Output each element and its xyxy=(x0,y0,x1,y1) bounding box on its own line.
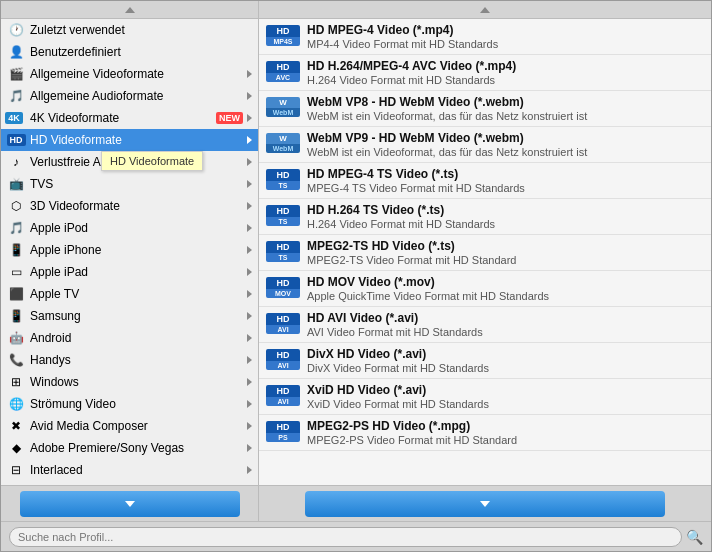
right-item-mpeg2-ts[interactable]: HDTSMPEG2-TS HD Video (*.ts)MPEG2-TS Vid… xyxy=(259,235,711,271)
left-item-3d-video[interactable]: ⬡3D Videoformate xyxy=(1,195,258,217)
left-item-windows[interactable]: ⊞Windows xyxy=(1,371,258,393)
arrow-right-4k-video xyxy=(247,114,252,122)
right-item-sub-webm-vp8: WebM ist ein Videoformat, das für das Ne… xyxy=(307,110,703,122)
item-icon-dv: ▣ xyxy=(7,484,25,485)
right-item-text-hd-h264-ts: HD H.264 TS Video (*.ts)H.264 Video Form… xyxy=(307,203,703,230)
arrow-right-general-audio xyxy=(247,92,252,100)
right-item-sub-hd-avi: AVI Video Format mit HD Standards xyxy=(307,326,703,338)
right-item-sub-mpeg2-ts: MPEG2-TS Video Format mit HD Standard xyxy=(307,254,703,266)
right-item-hd-mpeg4[interactable]: HDMP4SHD MPEG-4 Video (*.mp4)MP4-4 Video… xyxy=(259,19,711,55)
arrow-right-samsung xyxy=(247,312,252,320)
right-item-sub-hd-mpeg4-ts: MPEG-4 TS Video Format mit HD Standards xyxy=(307,182,703,194)
left-item-general-audio[interactable]: 🎵Allgemeine Audioformate xyxy=(1,85,258,107)
item-icon-streaming: 🌐 xyxy=(7,396,25,412)
right-item-title-divx-hd: DivX HD Video (*.avi) xyxy=(307,347,703,361)
item-label-general-video: Allgemeine Videoformate xyxy=(30,67,243,81)
item-label-apple-iphone: Apple iPhone xyxy=(30,243,243,257)
left-item-dv[interactable]: ▣DV xyxy=(1,481,258,485)
item-icon-apple-ipad: ▭ xyxy=(7,264,25,280)
right-item-sub-hd-h264-ts: H.264 Video Format mit HD Standards xyxy=(307,218,703,230)
item-label-interlaced: Interlaced xyxy=(30,463,243,477)
item-label-recently-used: Zuletzt verwendet xyxy=(30,23,252,37)
left-item-avid[interactable]: ✖Avid Media Composer xyxy=(1,415,258,437)
arrow-right-windows xyxy=(247,378,252,386)
bottom-bar xyxy=(1,485,711,521)
right-panel[interactable]: HDMP4SHD MPEG-4 Video (*.mp4)MP4-4 Video… xyxy=(259,19,711,485)
left-item-samsung[interactable]: 📱Samsung xyxy=(1,305,258,327)
arrow-right-android xyxy=(247,334,252,342)
search-input[interactable] xyxy=(9,527,682,547)
item-icon-apple-tv: ⬛ xyxy=(7,286,25,302)
arrow-right-apple-ipod xyxy=(247,224,252,232)
right-item-divx-hd[interactable]: HDAVIDivX HD Video (*.avi)DivX Video For… xyxy=(259,343,711,379)
right-item-hd-h264-mp4[interactable]: HDAVCHD H.264/MPEG-4 AVC Video (*.mp4)H.… xyxy=(259,55,711,91)
left-item-4k-video[interactable]: 4K4K VideoformateNEW xyxy=(1,107,258,129)
item-icon-recently-used: 🕐 xyxy=(7,22,25,38)
item-label-3d-video: 3D Videoformate xyxy=(30,199,243,213)
left-item-hd-video[interactable]: HDHD VideoformateHD Videoformate xyxy=(1,129,258,151)
left-item-adobe[interactable]: ◆Adobe Premiere/Sony Vegas xyxy=(1,437,258,459)
left-scroll-up-icon[interactable] xyxy=(125,7,135,13)
item-icon-interlaced: ⊟ xyxy=(7,462,25,478)
right-item-xvid-hd[interactable]: HDAVIXviD HD Video (*.avi)XviD Video For… xyxy=(259,379,711,415)
right-item-icon-hd-mov: HDMOV xyxy=(265,277,301,298)
right-scroll-down-icon xyxy=(480,501,490,507)
right-item-text-webm-vp9: WebM VP9 - HD WebM Video (*.webm)WebM is… xyxy=(307,131,703,158)
right-item-icon-mpeg2-ps: HDPS xyxy=(265,421,301,442)
right-item-icon-hd-mpeg4: HDMP4S xyxy=(265,25,301,46)
right-item-title-mpeg2-ts: MPEG2-TS HD Video (*.ts) xyxy=(307,239,703,253)
left-item-streaming[interactable]: 🌐Strömung Video xyxy=(1,393,258,415)
right-item-icon-hd-h264-ts: HDTS xyxy=(265,205,301,226)
item-label-handys: Handys xyxy=(30,353,243,367)
right-item-hd-avi[interactable]: HDAVIHD AVI Video (*.avi)AVI Video Forma… xyxy=(259,307,711,343)
item-icon-android: 🤖 xyxy=(7,330,25,346)
right-item-sub-hd-h264-mp4: H.264 Video Format mit HD Standards xyxy=(307,74,703,86)
left-item-custom[interactable]: 👤Benutzerdefiniert xyxy=(1,41,258,63)
right-item-hd-mov[interactable]: HDMOVHD MOV Video (*.mov)Apple QuickTime… xyxy=(259,271,711,307)
right-item-text-hd-h264-mp4: HD H.264/MPEG-4 AVC Video (*.mp4)H.264 V… xyxy=(307,59,703,86)
left-item-apple-ipod[interactable]: 🎵Apple iPod xyxy=(1,217,258,239)
right-item-title-hd-h264-ts: HD H.264 TS Video (*.ts) xyxy=(307,203,703,217)
left-item-interlaced[interactable]: ⊟Interlaced xyxy=(1,459,258,481)
right-item-icon-xvid-hd: HDAVI xyxy=(265,385,301,406)
left-item-handys[interactable]: 📞Handys xyxy=(1,349,258,371)
left-scroll-down-button[interactable] xyxy=(20,491,240,517)
right-item-title-webm-vp9: WebM VP9 - HD WebM Video (*.webm) xyxy=(307,131,703,145)
right-scroll-up-icon[interactable] xyxy=(480,7,490,13)
left-item-android[interactable]: 🤖Android xyxy=(1,327,258,349)
new-badge-4k-video: NEW xyxy=(216,112,243,124)
right-item-text-xvid-hd: XviD HD Video (*.avi)XviD Video Format m… xyxy=(307,383,703,410)
left-item-apple-ipad[interactable]: ▭Apple iPad xyxy=(1,261,258,283)
item-label-adobe: Adobe Premiere/Sony Vegas xyxy=(30,441,243,455)
arrow-right-apple-tv xyxy=(247,290,252,298)
left-item-tvs[interactable]: 📺TVS xyxy=(1,173,258,195)
right-item-hd-h264-ts[interactable]: HDTSHD H.264 TS Video (*.ts)H.264 Video … xyxy=(259,199,711,235)
right-item-sub-hd-mov: Apple QuickTime Video Format mit HD Stan… xyxy=(307,290,703,302)
right-item-hd-mpeg4-ts[interactable]: HDTSHD MPEG-4 TS Video (*.ts)MPEG-4 TS V… xyxy=(259,163,711,199)
right-item-webm-vp9[interactable]: WWebMWebM VP9 - HD WebM Video (*.webm)We… xyxy=(259,127,711,163)
scroll-top-right[interactable] xyxy=(259,1,711,18)
right-item-mpeg2-ps[interactable]: HDPSMPEG2-PS HD Video (*.mpg)MPEG2-PS Vi… xyxy=(259,415,711,451)
left-item-apple-iphone[interactable]: 📱Apple iPhone xyxy=(1,239,258,261)
left-item-apple-tv[interactable]: ⬛Apple TV xyxy=(1,283,258,305)
left-item-general-video[interactable]: 🎬Allgemeine Videoformate xyxy=(1,63,258,85)
panels-row: 🕐Zuletzt verwendet👤Benutzerdefiniert🎬All… xyxy=(1,19,711,485)
tooltip-hd-video: HD Videoformate xyxy=(101,151,203,171)
item-icon-4k-video: 4K xyxy=(7,110,25,126)
scroll-top-left[interactable] xyxy=(1,1,259,18)
right-item-webm-vp8[interactable]: WWebMWebM VP8 - HD WebM Video (*.webm)We… xyxy=(259,91,711,127)
item-label-4k-video: 4K Videoformate xyxy=(30,111,212,125)
arrow-right-avid xyxy=(247,422,252,430)
right-item-text-hd-mov: HD MOV Video (*.mov)Apple QuickTime Vide… xyxy=(307,275,703,302)
bottom-right xyxy=(259,486,711,521)
left-panel[interactable]: 🕐Zuletzt verwendet👤Benutzerdefiniert🎬All… xyxy=(1,19,259,485)
left-item-recently-used[interactable]: 🕐Zuletzt verwendet xyxy=(1,19,258,41)
item-icon-apple-ipod: 🎵 xyxy=(7,220,25,236)
right-scroll-down-button[interactable] xyxy=(305,491,665,517)
right-item-title-hd-avi: HD AVI Video (*.avi) xyxy=(307,311,703,325)
arrow-right-general-video xyxy=(247,70,252,78)
item-label-hd-video: HD Videoformate xyxy=(30,133,243,147)
right-item-sub-divx-hd: DivX Video Format mit HD Standards xyxy=(307,362,703,374)
item-icon-avid: ✖ xyxy=(7,418,25,434)
right-item-icon-divx-hd: HDAVI xyxy=(265,349,301,370)
